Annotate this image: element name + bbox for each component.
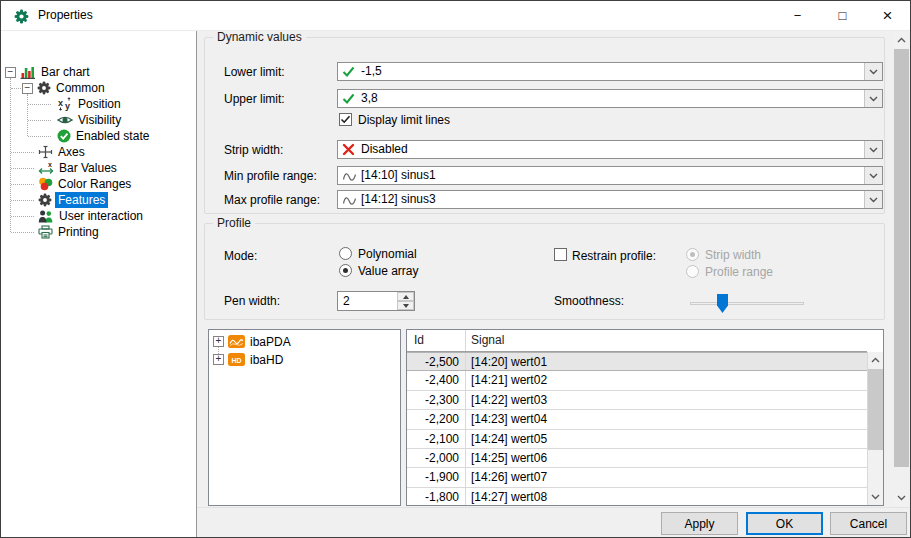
column-divider bbox=[465, 488, 466, 505]
tree-item-axes[interactable]: Axes bbox=[1, 144, 196, 160]
users-icon bbox=[38, 210, 54, 223]
table-body: -2,500 [14:20] wert01 -2,400 [14:21] wer… bbox=[407, 352, 867, 505]
triangle-down-icon bbox=[403, 304, 409, 308]
pen-width-label: Pen width: bbox=[224, 294, 280, 308]
collapse-toggle-icon[interactable]: − bbox=[22, 83, 33, 94]
property-tree-panel: − Bar chart − bbox=[1, 31, 197, 537]
tree-item-enabled-state[interactable]: Enabled state bbox=[1, 128, 196, 144]
gear-icon bbox=[37, 81, 51, 95]
chevron-down-icon[interactable] bbox=[864, 167, 882, 184]
gear-icon bbox=[14, 9, 29, 24]
cell-id: -2,300 bbox=[407, 393, 459, 407]
check-circle-icon bbox=[57, 129, 71, 143]
chevron-down-icon[interactable] bbox=[864, 191, 882, 208]
cell-id: -2,400 bbox=[407, 373, 459, 387]
table-row[interactable]: -2,000 [14:25] wert06 bbox=[407, 449, 867, 468]
min-profile-range-combobox[interactable]: [14:10] sinus1 bbox=[337, 166, 883, 185]
bar-values-icon: x bbox=[38, 161, 54, 175]
table-header[interactable]: Id Signal bbox=[407, 330, 867, 352]
tree-item-color-ranges[interactable]: Color Ranges bbox=[1, 176, 196, 192]
tree-item-label: Visibility bbox=[78, 113, 121, 127]
axes-icon bbox=[38, 145, 53, 159]
scroll-up-icon[interactable] bbox=[894, 32, 909, 48]
tree-item-label: User interaction bbox=[59, 209, 143, 223]
chevron-down-icon[interactable] bbox=[864, 141, 882, 158]
spin-up-button[interactable] bbox=[397, 292, 414, 301]
display-limit-lines-label: Display limit lines bbox=[358, 113, 450, 127]
tree-item-label: Printing bbox=[58, 225, 99, 239]
triangle-up-icon bbox=[403, 295, 409, 299]
lower-limit-combobox[interactable]: -1,5 bbox=[337, 62, 883, 81]
ibapda-icon bbox=[228, 335, 245, 348]
pen-width-stepper[interactable]: 2 bbox=[337, 291, 415, 311]
expand-toggle-icon[interactable]: + bbox=[213, 336, 224, 347]
table-row[interactable]: -1,800 [14:27] wert08 bbox=[407, 488, 867, 505]
chevron-down-icon[interactable] bbox=[864, 90, 882, 107]
cell-signal: [14:25] wert06 bbox=[471, 451, 547, 465]
table-row[interactable]: -2,400 [14:21] wert02 bbox=[407, 371, 867, 390]
tree-item-bar-chart[interactable]: − Bar chart bbox=[1, 64, 196, 80]
pen-width-value: 2 bbox=[343, 294, 350, 308]
column-divider[interactable] bbox=[465, 330, 466, 351]
apply-button[interactable]: Apply bbox=[661, 512, 738, 535]
spin-down-button[interactable] bbox=[397, 301, 414, 310]
profile-range-radio[interactable] bbox=[686, 265, 699, 278]
tree-item-position[interactable]: x y Position bbox=[1, 96, 196, 112]
apply-button-label: Apply bbox=[684, 517, 714, 531]
close-icon: × bbox=[883, 6, 893, 26]
restrain-profile-checkbox[interactable] bbox=[554, 248, 567, 261]
column-divider bbox=[465, 449, 466, 467]
strip-width-combobox[interactable]: Disabled bbox=[337, 140, 883, 159]
tree-item-label: Position bbox=[78, 97, 121, 111]
minimize-button[interactable]: − bbox=[775, 1, 820, 30]
lower-limit-label: Lower limit: bbox=[224, 65, 285, 79]
tree-item-bar-values[interactable]: x Bar Values bbox=[1, 160, 196, 176]
polynomial-radio[interactable] bbox=[339, 247, 352, 260]
table-row[interactable]: -2,200 [14:23] wert04 bbox=[407, 410, 867, 429]
slider-track[interactable] bbox=[690, 302, 804, 305]
table-row[interactable]: -2,100 [14:24] wert05 bbox=[407, 430, 867, 449]
value-array-radio[interactable] bbox=[339, 264, 352, 277]
table-row[interactable]: -2,500 [14:20] wert01 bbox=[407, 352, 867, 371]
display-limit-lines-checkbox[interactable] bbox=[339, 113, 352, 126]
tree-item-visibility[interactable]: Visibility bbox=[1, 112, 196, 128]
smoothness-slider[interactable] bbox=[690, 293, 804, 315]
panel-scrollbar[interactable] bbox=[894, 32, 910, 506]
tree-item-label: Axes bbox=[58, 145, 85, 159]
upper-limit-combobox[interactable]: 3,8 bbox=[337, 89, 883, 108]
tree-item-label: Bar Values bbox=[59, 161, 117, 175]
close-button[interactable]: × bbox=[865, 1, 910, 30]
scroll-down-icon[interactable] bbox=[868, 489, 883, 505]
collapse-toggle-icon[interactable]: − bbox=[5, 67, 16, 78]
scrollbar-thumb[interactable] bbox=[894, 49, 909, 467]
expand-toggle-icon[interactable]: + bbox=[213, 354, 224, 365]
scroll-down-icon[interactable] bbox=[894, 490, 909, 506]
position-xy-icon: x y bbox=[57, 97, 73, 111]
ok-button[interactable]: OK bbox=[746, 512, 823, 535]
cancel-button[interactable]: Cancel bbox=[830, 512, 907, 535]
tree-item-features[interactable]: Features bbox=[1, 192, 196, 208]
table-scrollbar[interactable] bbox=[867, 352, 883, 505]
column-header-id[interactable]: Id bbox=[414, 333, 424, 347]
column-divider bbox=[465, 430, 466, 448]
tree-item-ibapda[interactable]: + ibaPDA bbox=[209, 333, 400, 350]
cell-signal: [14:26] wert07 bbox=[471, 470, 547, 484]
table-row[interactable]: -2,300 [14:22] wert03 bbox=[407, 391, 867, 410]
scrollbar-thumb[interactable] bbox=[868, 369, 883, 450]
tree-item-ibahd[interactable]: + HD ibaHD bbox=[209, 351, 400, 368]
titlebar[interactable]: Properties − □ × bbox=[1, 1, 910, 31]
column-header-signal[interactable]: Signal bbox=[471, 333, 504, 347]
maximize-button[interactable]: □ bbox=[820, 1, 865, 30]
tree-item-printing[interactable]: Printing bbox=[1, 224, 196, 240]
chevron-down-icon[interactable] bbox=[864, 63, 882, 80]
combobox-value: 3,8 bbox=[361, 91, 378, 106]
strip-width-radio[interactable] bbox=[686, 248, 699, 261]
tree-item-user-interaction[interactable]: User interaction bbox=[1, 208, 196, 224]
table-row[interactable]: -1,900 [14:26] wert07 bbox=[407, 468, 867, 487]
column-divider bbox=[465, 410, 466, 428]
max-profile-range-combobox[interactable]: [14:12] sinus3 bbox=[337, 190, 883, 209]
slider-thumb[interactable] bbox=[717, 294, 728, 313]
strip-width-option-label: Strip width bbox=[705, 248, 761, 262]
scroll-up-icon[interactable] bbox=[868, 352, 883, 368]
tree-item-common[interactable]: − Common bbox=[1, 80, 196, 96]
